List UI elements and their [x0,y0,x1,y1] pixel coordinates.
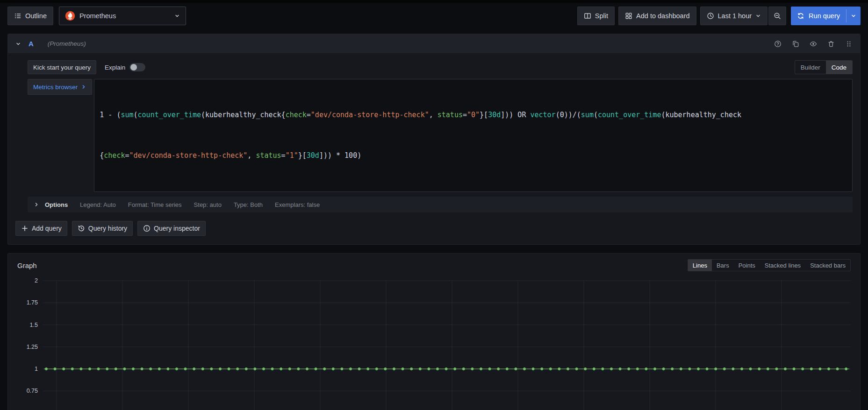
run-query-dropdown[interactable] [846,7,861,25]
plus-icon [21,225,29,232]
time-range-label: Last 1 hour [718,12,752,20]
explain-toggle[interactable] [129,63,145,71]
add-to-dashboard-label: Add to dashboard [636,12,689,20]
split-icon [584,12,591,20]
run-query-main[interactable]: Run query [791,7,846,25]
time-range-button[interactable]: Last 1 hour [700,7,768,25]
explain-label: Explain [105,64,125,71]
graph-style-points[interactable]: Points [734,260,760,271]
query-option: Exemplars: false [275,201,320,208]
datasource-name: Prometheus [79,12,116,20]
query-option: Step: auto [194,201,222,208]
metrics-browser-label: Metrics browser [33,84,78,91]
query-actions-row: Add query Query history Query inspector [15,221,853,236]
graph-style-bars[interactable]: Bars [712,260,734,271]
metrics-browser-button[interactable]: Metrics browser [28,79,92,95]
code-mode-button[interactable]: Code [826,61,852,74]
apps-grid-icon [625,12,632,20]
query-line-1: 1 - (sum(count_over_time(kuberhealthy_ch… [100,108,847,122]
query-datasource-hint: (Prometheus) [48,40,86,47]
kick-start-label: Kick start your query [33,64,91,71]
datasource-picker[interactable]: Prometheus [59,7,186,25]
graph-style-switcher: LinesBarsPointsStacked linesStacked bars [688,259,851,271]
query-row-body: Kick start your query Explain Builder Co… [8,54,860,244]
query-row-header[interactable]: A (Prometheus) [8,34,860,54]
svg-text:0.75: 0.75 [27,388,38,394]
explore-toolbar: Outline Prometheus Split Add to dashboar… [0,3,868,29]
graph-style-stacked-bars[interactable]: Stacked bars [805,260,850,271]
graph-header: Graph LinesBarsPointsStacked linesStacke… [17,259,851,271]
drag-handle-icon[interactable] [845,40,853,48]
info-icon [143,225,151,232]
collapse-chevron-icon[interactable] [15,41,21,47]
add-to-dashboard-button[interactable]: Add to dashboard [618,7,696,25]
options-label: Options [45,201,68,208]
query-inspector-button[interactable]: Query inspector [137,221,206,236]
builder-mode-button[interactable]: Builder [795,61,826,74]
time-zoom-out-button[interactable] [768,7,786,25]
editor-mode-switcher: Builder Code [795,60,853,74]
graph-svg: 00.250.50.7511.251.51.75214:2014:2514:30… [14,274,855,410]
explain-control: Explain [105,63,145,71]
add-query-button[interactable]: Add query [15,221,67,236]
graph-title: Graph [17,262,37,269]
prometheus-icon [65,11,75,21]
add-query-label: Add query [32,225,62,232]
query-options-bar[interactable]: Options Legend: AutoFormat: Time seriesS… [28,197,853,212]
clock-icon [707,12,714,20]
query-inspector-label: Query inspector [154,225,200,232]
query-row-panel: A (Prometheus) [7,34,861,245]
query-editor-toolbar: Kick start your query Explain Builder Co… [28,60,853,74]
outline-label: Outline [25,12,47,20]
query-editor-row: Metrics browser 1 - (sum(count_over_time… [28,79,853,192]
trash-icon[interactable] [827,40,835,48]
outline-button[interactable]: Outline [7,7,53,25]
chevron-down-icon [755,13,761,19]
copy-icon[interactable] [792,40,799,48]
query-line-2: {check="dev/conda-store-http-check", sta… [100,149,847,163]
svg-text:1.5: 1.5 [30,322,38,328]
kick-start-query-button[interactable]: Kick start your query [28,60,96,74]
split-label: Split [595,12,608,20]
chevron-right-icon [81,84,86,90]
query-history-button[interactable]: Query history [72,221,133,236]
svg-text:1.75: 1.75 [27,299,38,306]
query-ref-id: A [29,40,34,48]
history-icon [78,225,85,232]
query-option: Type: Both [234,201,263,208]
sync-icon [797,12,804,20]
help-icon[interactable] [774,40,782,48]
svg-text:2: 2 [35,277,38,284]
graph-canvas[interactable]: 00.250.50.7511.251.51.75214:2014:2514:30… [14,274,854,410]
query-option: Legend: Auto [80,201,116,208]
run-query-button[interactable]: Run query [791,7,861,25]
eye-icon[interactable] [810,40,817,48]
toggle-knob [130,64,137,71]
time-picker-group: Last 1 hour [700,7,787,25]
graph-style-lines[interactable]: Lines [688,260,712,271]
chevron-down-icon [174,13,180,19]
options-summary: Legend: AutoFormat: Time seriesStep: aut… [80,201,320,208]
graph-panel: Graph LinesBarsPointsStacked linesStacke… [7,253,861,410]
query-history-label: Query history [88,225,127,232]
query-option: Format: Time series [128,201,182,208]
promql-code-editor[interactable]: 1 - (sum(count_over_time(kuberhealthy_ch… [94,79,853,192]
options-chevron-icon [34,202,39,207]
query-row-actions [774,40,853,48]
split-button[interactable]: Split [577,7,615,25]
graph-style-stacked-lines[interactable]: Stacked lines [760,260,805,271]
zoom-out-icon [774,12,781,20]
svg-text:1: 1 [35,366,38,372]
svg-text:1.25: 1.25 [27,344,38,350]
chevron-down-icon [851,13,856,19]
run-query-label: Run query [809,12,840,20]
outline-icon [14,12,22,20]
